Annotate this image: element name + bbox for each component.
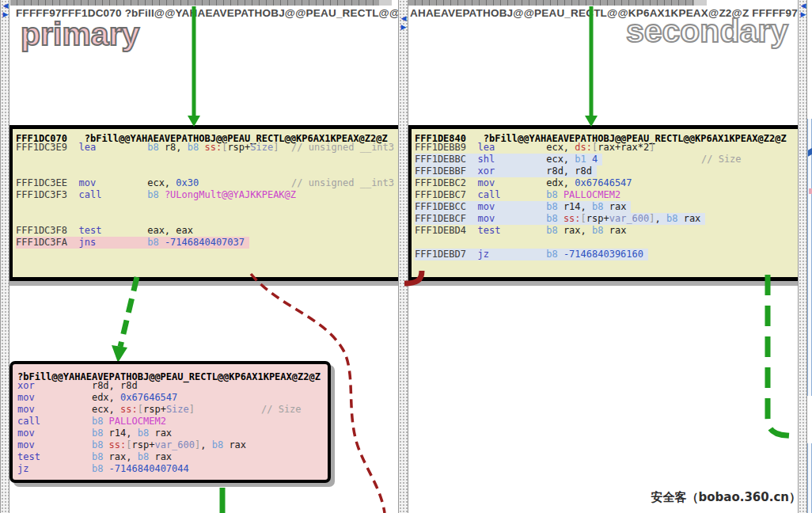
operand-token: ecx, bbox=[546, 142, 575, 153]
docked-window-sliver-bottom bbox=[807, 443, 812, 513]
code-row[interactable]: FFF1DC3EE mov ecx, 0x30// unsigned __int… bbox=[13, 177, 398, 189]
code-row[interactable]: FFF1DEBBC shl ecx, b1 4// Size bbox=[412, 154, 798, 165]
code-row[interactable]: FFF1DEBCF mov b8 ss:[rsp+var_600], b8 ra… bbox=[412, 213, 798, 225]
operand-token: b8 bbox=[666, 213, 684, 224]
instruction-comment: // unsigned __int3 bbox=[291, 142, 394, 154]
scroll-left-icon[interactable]: ◀ bbox=[2, 2, 9, 10]
instruction-mnemonic: jz bbox=[477, 249, 546, 260]
code-row[interactable]: jz b8 -7146840407044 bbox=[14, 463, 328, 475]
code-row[interactable]: FFF1DC3F8 test eax, eax bbox=[13, 225, 398, 237]
code-row[interactable]: FFF1DEBC7 call b8 PALLOCMEM2 bbox=[412, 189, 798, 201]
watermark-label: 安全客（bobao.360.cn） bbox=[651, 490, 802, 505]
instruction-address: FFF1DC3EE bbox=[16, 177, 78, 188]
basic-block-secondary[interactable]: FFF1DE840 ?bFill@@YAHAEAVEPATHOBJ@@PEAU_… bbox=[408, 125, 798, 281]
code-row[interactable]: mov b8 ss:[rsp+var_600], b8 rax bbox=[14, 439, 328, 451]
code-row[interactable]: mov b8 r14, b8 rax bbox=[14, 428, 328, 439]
code-row-highlight: FFF1DEBD7 jz b8 -7146840396160 bbox=[415, 249, 648, 260]
instruction-mnemonic: mov bbox=[477, 177, 546, 188]
primary-top-scrollbar[interactable] bbox=[10, 0, 392, 6]
instruction-address: FFF1DEBC7 bbox=[415, 189, 477, 200]
instruction-mnemonic: lea bbox=[477, 142, 546, 153]
block-rows: FFF1DC3E9 lea b8 r8, b8 ss:[rsp+Size]// … bbox=[13, 142, 398, 272]
code-row-highlight: FFF1DEBC2 mov edx, 0x67646547 bbox=[415, 177, 637, 189]
middle-scrollbar[interactable]: ◀ ▶ bbox=[398, 0, 408, 513]
block-shadow bbox=[408, 281, 798, 286]
operand-token: b8 bbox=[147, 237, 165, 248]
popup-header: ?bFill@@YAHAEAVEPATHOBJ@@PEAU_RECTL@@KP6… bbox=[14, 367, 328, 380]
operand-token: rax bbox=[609, 225, 627, 236]
left-scrollbar[interactable]: ◀ ▶ bbox=[0, 0, 9, 513]
operand-token: ] bbox=[649, 213, 655, 224]
operand-token: b8 bbox=[546, 201, 563, 212]
code-row-highlight: FFF1DEBBC shl ecx, b1 4 bbox=[415, 154, 602, 165]
right-scrollbar[interactable]: ◀ ▶ bbox=[798, 0, 807, 513]
basic-block-header: FFF1DC070 ?bFill@@YAHAEAVEPATHOBJ@@PEAU_… bbox=[13, 129, 398, 142]
code-row[interactable]: mov ecx, ss:[rsp+Size]// Size bbox=[14, 404, 328, 416]
code-row[interactable]: FFF1DEBB9 lea ecx, ds:[rax+rax*2] bbox=[412, 142, 798, 154]
operand-token: Size bbox=[250, 142, 273, 153]
secondary-top-scrollbar[interactable] bbox=[408, 0, 707, 6]
instruction-mnemonic: test bbox=[78, 225, 147, 236]
operand-token: 0x30 bbox=[176, 177, 199, 188]
code-row-blank bbox=[412, 237, 798, 249]
code-row[interactable]: FFF1DEBCC mov b8 r14, b8 rax bbox=[412, 201, 798, 213]
code-row-highlight: mov b8 r14, b8 rax bbox=[17, 428, 176, 439]
code-row[interactable]: FFF1DC3F3 call b8 ?ULongMult@@YAJKKPEAK@… bbox=[13, 189, 398, 201]
instruction-address: FFF1DC3F8 bbox=[16, 225, 78, 236]
code-row[interactable]: mov edx, 0x67646547 bbox=[14, 392, 328, 404]
operand-token: ss: bbox=[109, 439, 127, 450]
secondary-pane: AHAEAVEPATHOBJ@@PEAU_RECTL@@KP6AX1KPEAX@… bbox=[408, 0, 798, 513]
operand-token: b8 bbox=[188, 142, 205, 153]
instruction-mnemonic: mov bbox=[17, 404, 92, 415]
operand-token: b8 bbox=[138, 451, 155, 462]
instruction-mnemonic: mov bbox=[17, 439, 92, 450]
code-row-highlight: FFF1DEBB9 lea ecx, ds:[rax+rax*2] bbox=[415, 142, 660, 154]
operand-token: rax+rax*2 bbox=[598, 142, 649, 153]
instruction-mnemonic: call bbox=[477, 189, 546, 200]
code-row[interactable]: xor r8d, r8d bbox=[14, 380, 328, 392]
operand-token: var_600 bbox=[609, 213, 650, 224]
operand-token: Size bbox=[166, 404, 189, 415]
scroll-left-icon[interactable]: ◀ bbox=[400, 14, 408, 22]
scroll-right-icon[interactable]: ▶ bbox=[2, 10, 9, 18]
operand-token: b8 bbox=[546, 225, 563, 236]
operand-token: b8 bbox=[92, 428, 109, 439]
instruction-mnemonic: call bbox=[78, 189, 147, 200]
instruction-address: FFF1DC3F3 bbox=[16, 189, 78, 200]
operand-token: r8, bbox=[165, 142, 188, 153]
operand-token: b8 bbox=[212, 439, 230, 450]
operand-token: b8 bbox=[92, 463, 109, 474]
operand-token: ss: bbox=[204, 142, 222, 153]
code-row[interactable]: FFF1DEBD4 test b8 rax, b8 rax bbox=[412, 225, 798, 237]
operand-token: b8 bbox=[546, 249, 563, 260]
matched-block-popup[interactable]: ?bFill@@YAHAEAVEPATHOBJ@@PEAU_RECTL@@KP6… bbox=[9, 361, 331, 483]
code-row-blank bbox=[412, 260, 798, 272]
operand-token: ecx, bbox=[147, 177, 176, 188]
code-row[interactable]: FFF1DC3E9 lea b8 r8, b8 ss:[rsp+Size]// … bbox=[13, 142, 398, 154]
code-row-blank bbox=[13, 165, 398, 177]
code-row[interactable]: FFF1DEBC2 mov edx, 0x67646547 bbox=[412, 177, 798, 189]
scroll-left-icon[interactable]: ◀ bbox=[799, 2, 807, 10]
code-row[interactable]: FFF1DEBD7 jz b8 -7146840396160 bbox=[412, 249, 798, 260]
instruction-address: FFF1DEBCC bbox=[415, 201, 477, 212]
code-row-highlight: FFF1DEBCC mov b8 r14, b8 rax bbox=[415, 201, 631, 213]
basic-block-primary[interactable]: FFF1DC070 ?bFill@@YAHAEAVEPATHOBJ@@PEAU_… bbox=[9, 125, 398, 281]
operand-token: b8 bbox=[138, 428, 155, 439]
instruction-comment: // Size bbox=[261, 404, 302, 416]
instruction-mnemonic: mov bbox=[17, 392, 92, 403]
scroll-right-icon[interactable]: ▶ bbox=[799, 10, 807, 18]
code-row[interactable]: call b8 PALLOCMEM2 bbox=[14, 416, 328, 428]
operand-token: -7146840407044 bbox=[109, 463, 189, 474]
window-icon-pink bbox=[809, 188, 812, 194]
code-row-highlight: mov edx, 0x67646547 bbox=[17, 392, 182, 404]
operand-token: 0x67646547 bbox=[120, 392, 177, 403]
window-icon bbox=[808, 147, 812, 156]
operand-token: [ bbox=[138, 404, 143, 415]
code-row-highlight: FFF1DC3EE mov ecx, 0x30 bbox=[16, 177, 203, 189]
code-row[interactable]: FFF1DC3FA jns b8 -7146840407037 bbox=[13, 237, 398, 249]
code-row[interactable]: FFF1DEBBF xor r8d, r8d bbox=[412, 165, 798, 177]
code-row[interactable]: test b8 rax, b8 rax bbox=[14, 451, 328, 463]
scroll-right-icon[interactable]: ▶ bbox=[400, 23, 408, 31]
instruction-mnemonic: jz bbox=[17, 463, 92, 474]
operand-token: rax, bbox=[563, 225, 592, 236]
